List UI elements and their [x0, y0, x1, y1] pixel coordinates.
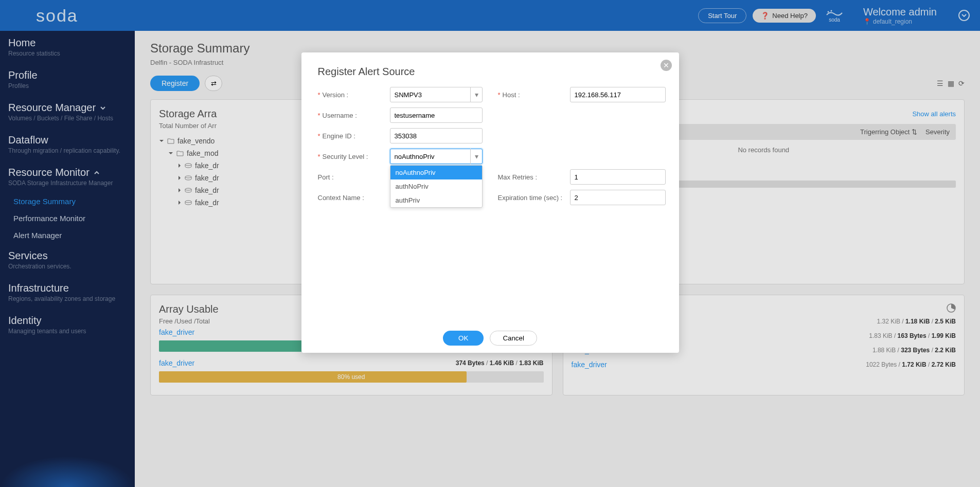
host-input[interactable]	[570, 87, 666, 102]
max-retries-input[interactable]	[570, 169, 666, 185]
cancel-button[interactable]: Cancel	[490, 331, 537, 346]
version-select[interactable]: ▾	[390, 87, 483, 102]
modal-title: Register Alert Source	[301, 52, 679, 87]
ok-button[interactable]: OK	[443, 331, 484, 346]
dropdown-option[interactable]: authNoPriv	[390, 179, 482, 193]
modal-close-button[interactable]: ✕	[661, 60, 672, 71]
version-input[interactable]	[390, 87, 483, 102]
chevron-down-icon[interactable]: ▾	[470, 87, 483, 102]
dropdown-option[interactable]: noAuthnoPriv	[390, 166, 482, 179]
close-icon: ✕	[663, 61, 669, 69]
dropdown-option[interactable]: authPriv	[390, 193, 482, 207]
security-level-input[interactable]	[390, 149, 483, 164]
expiration-input[interactable]	[570, 190, 666, 205]
engine-id-input[interactable]	[390, 128, 483, 143]
modal-overlay[interactable]: ✕ Register Alert Source *Version : ▾ *Ho…	[0, 0, 980, 487]
security-level-select[interactable]: ▾ noAuthnoPriv authNoPriv authPriv	[390, 149, 483, 164]
username-input[interactable]	[390, 107, 483, 123]
register-alert-source-modal: ✕ Register Alert Source *Version : ▾ *Ho…	[301, 52, 679, 353]
chevron-down-icon[interactable]: ▾	[470, 149, 483, 164]
security-level-dropdown: noAuthnoPriv authNoPriv authPriv	[390, 165, 483, 208]
